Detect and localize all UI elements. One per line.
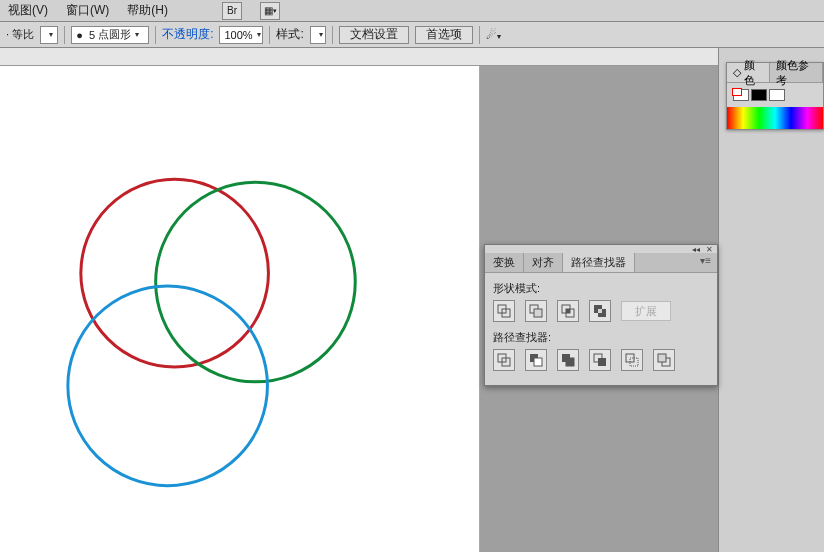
- style-dropdown[interactable]: ▾: [310, 26, 326, 44]
- pf-trim-button[interactable]: [525, 349, 547, 371]
- svg-rect-15: [566, 358, 574, 366]
- svg-rect-17: [598, 358, 606, 366]
- expand-button: 扩展: [621, 301, 671, 321]
- svg-rect-13: [534, 358, 542, 366]
- prefs-button[interactable]: 首选项: [415, 26, 473, 44]
- divider: [479, 26, 480, 44]
- tab-align[interactable]: 对齐: [524, 253, 563, 272]
- divider: [332, 26, 333, 44]
- ratio-label: · 等比: [6, 27, 34, 42]
- pathfinder-panel: ◂◂ ✕ 变换 对齐 路径查找器 ▾≡ 形状模式: 扩展 路径查找器:: [484, 244, 718, 386]
- pf-crop-button[interactable]: [589, 349, 611, 371]
- shapemode-minus-front-button[interactable]: [525, 300, 547, 322]
- menu-help[interactable]: 帮助(H): [127, 2, 168, 19]
- pf-outline-button[interactable]: [621, 349, 643, 371]
- shapemode-intersect-button[interactable]: [557, 300, 579, 322]
- divider: [155, 26, 156, 44]
- ruler-horizontal: [0, 48, 718, 66]
- panel-menu-icon[interactable]: ▾≡: [694, 253, 717, 272]
- tab-pathfinder[interactable]: 路径查找器: [563, 253, 635, 272]
- pf-minus-back-button[interactable]: [653, 349, 675, 371]
- pf-divide-button[interactable]: [493, 349, 515, 371]
- shapemode-unite-button[interactable]: [493, 300, 515, 322]
- divider: [269, 26, 270, 44]
- svg-rect-9: [598, 309, 602, 313]
- tab-transform[interactable]: 变换: [485, 253, 524, 272]
- circle-shape[interactable]: [156, 182, 356, 382]
- style-label: 样式:: [276, 26, 303, 43]
- arrange-button[interactable]: ▦▾: [260, 2, 280, 20]
- stroke-weight-field[interactable]: ● 5 点圆形▾: [71, 26, 149, 44]
- svg-rect-6: [566, 309, 570, 313]
- opacity-label[interactable]: 不透明度:: [162, 26, 213, 43]
- ratio-dropdown[interactable]: ▾: [40, 26, 58, 44]
- divider: [64, 26, 65, 44]
- shape-modes-label: 形状模式:: [493, 281, 709, 296]
- circle-shape[interactable]: [68, 286, 268, 486]
- menu-bar: 视图(V) 窗口(W) 帮助(H) Br ▦▾: [0, 0, 824, 22]
- menu-view[interactable]: 视图(V): [8, 2, 48, 19]
- svg-rect-21: [658, 354, 666, 362]
- opacity-field[interactable]: 100%▾: [219, 26, 263, 44]
- tab-color-guide[interactable]: 颜色参考: [770, 63, 823, 82]
- pathfinders-label: 路径查找器:: [493, 330, 709, 345]
- menu-window[interactable]: 窗口(W): [66, 2, 109, 19]
- bridge-button[interactable]: Br: [222, 2, 242, 20]
- artboard[interactable]: [0, 66, 480, 552]
- color-panel: ◇ 颜色 颜色参考: [726, 62, 824, 130]
- pf-merge-button[interactable]: [557, 349, 579, 371]
- svg-rect-3: [534, 309, 542, 317]
- shapemode-exclude-button[interactable]: [589, 300, 611, 322]
- options-bar: · 等比 ▾ ● 5 点圆形▾ 不透明度: 100%▾ 样式: ▾ 文档设置 首…: [0, 22, 824, 48]
- color-spectrum[interactable]: [727, 107, 823, 129]
- doc-setup-button[interactable]: 文档设置: [339, 26, 409, 44]
- tab-color[interactable]: ◇ 颜色: [727, 63, 770, 82]
- isolation-icon[interactable]: ☄▾: [486, 28, 501, 42]
